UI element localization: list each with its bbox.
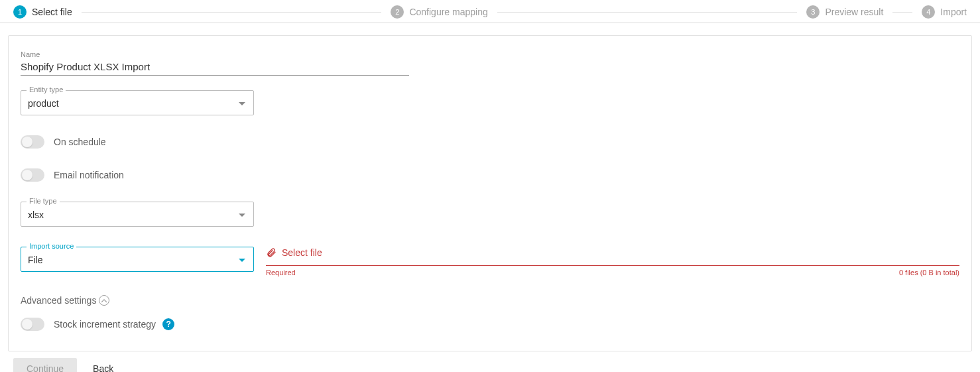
import-source-value: File: [28, 255, 43, 265]
stock-increment-row: Stock increment strategy ?: [21, 318, 959, 331]
file-type-legend: File type: [27, 197, 60, 205]
email-notification-toggle[interactable]: [21, 168, 44, 182]
file-required-text: Required: [266, 269, 296, 277]
step-divider: [82, 12, 382, 13]
continue-button[interactable]: Continue: [13, 358, 77, 372]
name-field-wrapper: Name: [21, 50, 409, 76]
back-button[interactable]: Back: [89, 363, 117, 372]
footer-actions: Continue Back: [0, 358, 980, 372]
step-number: 1: [13, 5, 27, 19]
stock-increment-label: Stock increment strategy: [54, 319, 156, 330]
step-number: 4: [922, 5, 935, 19]
email-notification-row: Email notification: [21, 168, 959, 182]
step-divider: [497, 12, 798, 13]
chevron-down-icon: [239, 208, 245, 220]
step-configure-mapping[interactable]: 2 Configure mapping: [391, 5, 487, 19]
on-schedule-toggle[interactable]: [21, 135, 44, 149]
import-source-row: Import source File Select file Required …: [21, 247, 959, 277]
step-preview-result[interactable]: 3 Preview result: [806, 5, 883, 19]
step-number: 2: [391, 5, 404, 19]
file-type-value: xlsx: [28, 210, 44, 220]
step-label: Import: [940, 7, 967, 17]
paperclip-icon: [266, 247, 276, 259]
select-file-link[interactable]: Select file: [266, 247, 959, 266]
entity-type-select[interactable]: Entity type product: [21, 90, 254, 115]
step-label: Preview result: [825, 7, 883, 17]
form-card: Name Entity type product On schedule Ema…: [8, 35, 972, 351]
name-label: Name: [21, 50, 409, 58]
on-schedule-label: On schedule: [54, 137, 106, 147]
email-notification-label: Email notification: [54, 170, 124, 180]
step-number: 3: [806, 5, 820, 19]
file-summary-text: 0 files (0 B in total): [899, 269, 959, 277]
stock-increment-toggle[interactable]: [21, 318, 44, 331]
step-select-file[interactable]: 1 Select file: [13, 5, 72, 19]
chevron-down-icon: [239, 97, 245, 109]
advanced-settings-toggle[interactable]: Advanced settings: [21, 295, 959, 306]
stepper: 1 Select file 2 Configure mapping 3 Prev…: [0, 0, 980, 23]
select-file-text: Select file: [282, 247, 322, 258]
chevron-down-icon: [239, 253, 245, 265]
step-label: Select file: [32, 7, 72, 17]
advanced-settings-label: Advanced settings: [21, 295, 96, 306]
chevron-up-icon: [99, 295, 109, 306]
step-divider: [892, 12, 912, 13]
entity-type-value: product: [28, 98, 59, 109]
file-type-select[interactable]: File type xlsx: [21, 202, 254, 227]
import-source-legend: Import source: [27, 242, 76, 250]
help-icon[interactable]: ?: [162, 318, 174, 330]
entity-type-legend: Entity type: [27, 86, 66, 93]
step-label: Configure mapping: [409, 7, 487, 17]
step-import[interactable]: 4 Import: [922, 5, 967, 19]
file-select-sub: Required 0 files (0 B in total): [266, 269, 959, 277]
on-schedule-row: On schedule: [21, 135, 959, 149]
import-source-select[interactable]: Import source File: [21, 247, 254, 272]
file-select-area: Select file Required 0 files (0 B in tot…: [266, 247, 959, 277]
name-input[interactable]: [21, 58, 409, 76]
